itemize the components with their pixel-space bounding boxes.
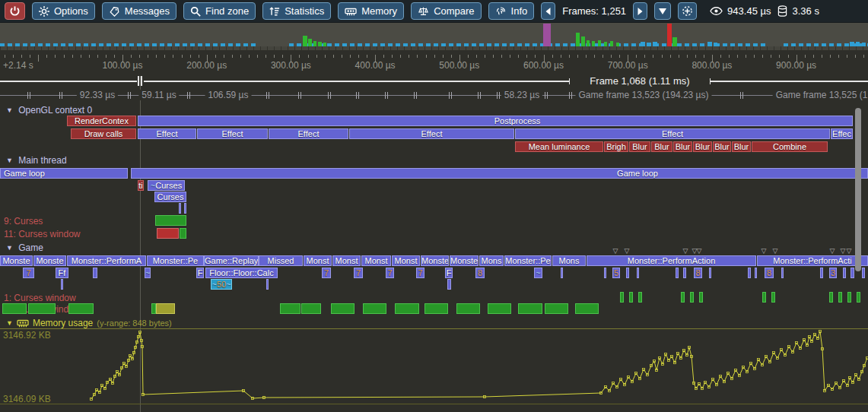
zone-box-effec[interactable]: Effec (831, 128, 853, 139)
zone-box[interactable] (683, 268, 686, 278)
zone-box[interactable] (699, 292, 703, 303)
zone-box-effect[interactable]: Effect (269, 128, 348, 139)
message-marker-icon[interactable]: ▽ (773, 248, 778, 254)
zone-box-7[interactable]: 7 (386, 268, 394, 278)
zone-box[interactable] (93, 268, 97, 278)
zone-box[interactable] (629, 292, 633, 303)
frame-separator[interactable] (266, 92, 269, 99)
zone-box[interactable] (843, 268, 846, 278)
zone-box-blur[interactable]: Blur (673, 141, 692, 152)
section-header-main-thread[interactable]: ▼ Main thread (6, 155, 67, 166)
zone-box-monste[interactable]: Monste (33, 255, 66, 266)
zone-box-zone[interactable]: ~ (145, 268, 151, 278)
zone-box[interactable] (156, 303, 175, 314)
power-button[interactable] (5, 2, 25, 20)
frame-span-label[interactable]: Game frame 13,523 (194.23 µs) (576, 90, 712, 100)
zone-box[interactable] (331, 303, 355, 314)
zone-box-curses[interactable]: Curses (154, 192, 186, 202)
zone-box[interactable] (748, 268, 751, 278)
frame-separator[interactable] (187, 92, 190, 99)
find-zone-button[interactable]: Find zone (183, 2, 256, 20)
zone-box[interactable] (456, 303, 480, 314)
zone-box-7[interactable]: 7 (416, 268, 424, 278)
zone-box[interactable] (395, 303, 419, 314)
info-button[interactable]: Info (488, 2, 535, 20)
zone-box-missed[interactable]: Missed (259, 255, 303, 266)
zone-box-monste[interactable]: Monste (450, 255, 479, 266)
frame-bar-green[interactable] (303, 36, 307, 46)
zone-box-monster-performa[interactable]: Monster::PerformA (67, 255, 146, 266)
frame-bar-green[interactable] (587, 40, 590, 46)
zone-box[interactable] (488, 303, 511, 314)
zone-box-effect[interactable]: Effect (197, 128, 268, 139)
zone-box[interactable] (363, 303, 386, 314)
frame-separator[interactable] (414, 92, 417, 99)
zone-box-blur[interactable]: Blur (651, 141, 672, 152)
zone-box[interactable] (690, 292, 694, 303)
zone-box-draw-calls[interactable]: Draw calls (71, 128, 136, 139)
zone-box[interactable] (762, 292, 766, 303)
zone-box-7[interactable]: 7 (322, 268, 331, 278)
zone-box[interactable] (857, 292, 860, 303)
frame-bar-green[interactable] (576, 33, 580, 46)
zone-box[interactable] (518, 303, 542, 314)
zone-box-effect[interactable]: Effect (349, 128, 514, 139)
zone-box[interactable] (829, 292, 833, 303)
zone-box[interactable] (755, 268, 757, 278)
zone-box-blur[interactable]: Blur (629, 141, 650, 152)
zone-box-zone[interactable]: ~ (534, 268, 542, 278)
scrollbar-thumb[interactable] (855, 108, 861, 271)
zone-box-monster-performacti[interactable]: Monster::PerformActi (757, 255, 868, 266)
frame-bar-purple[interactable] (543, 24, 551, 46)
zone-box-blur[interactable]: Blur (732, 141, 751, 152)
frame-span-label[interactable]: 106.59 µs (205, 90, 252, 100)
zone-box-monster-performaction[interactable]: Monster::PerformAction (587, 255, 756, 266)
frame-bar-green[interactable] (313, 41, 316, 46)
zone-box-f[interactable]: F (445, 268, 453, 278)
section-header-game[interactable]: ▼ Game (6, 242, 43, 253)
zone-box[interactable] (179, 203, 181, 214)
zone-box-8[interactable]: 8 (475, 268, 485, 278)
zone-box[interactable] (851, 268, 854, 278)
zone-box-game-loop[interactable] (131, 168, 868, 179)
zone-box-monster-pe[interactable]: Monster::Pe (504, 255, 552, 266)
zone-box-mean-luminance[interactable]: Mean luminance (515, 141, 603, 152)
frame-separator[interactable] (328, 92, 331, 99)
zone-box-monst[interactable]: Monst (392, 255, 420, 266)
message-marker-icon[interactable]: ▽ (683, 248, 688, 254)
center-view-button[interactable] (678, 2, 697, 20)
zone-box-mons[interactable]: Mons (552, 255, 586, 266)
frame-separator[interactable] (128, 92, 131, 99)
memory-section-header[interactable]: ▼Memory usage(y-range: 848 bytes) (6, 318, 172, 328)
zone-box-5[interactable]: 5 (612, 268, 620, 278)
frame-separator[interactable] (385, 92, 388, 99)
frame-bar-green[interactable] (598, 40, 601, 46)
zone-box-7[interactable]: 7 (23, 268, 34, 278)
zone-box-8[interactable]: 8 (765, 268, 774, 278)
zone-box-monste[interactable]: Monste (421, 255, 449, 266)
zone-box-monste[interactable]: Monste (0, 255, 33, 266)
prev-frame-button[interactable] (541, 2, 555, 20)
frame-separator[interactable] (356, 92, 359, 99)
zone-box[interactable] (561, 268, 563, 278)
zone-box-7[interactable]: 7 (354, 268, 363, 278)
frame-bar-red[interactable] (667, 24, 672, 46)
timeline-view[interactable]: +2.14 s 100.00 µs200.00 µs300.00 µs400.0… (0, 50, 868, 412)
frame-bar-green[interactable] (610, 41, 613, 46)
frame-bar-green[interactable] (581, 36, 585, 46)
frame-separator[interactable] (27, 92, 30, 99)
options-button[interactable]: Options (32, 2, 95, 20)
zone-box-blur[interactable]: Blur (713, 141, 731, 152)
frame-separator[interactable] (449, 92, 452, 99)
message-marker-icon[interactable]: ▽ (841, 248, 846, 254)
zone-box-50[interactable]: ~50~ (211, 279, 232, 290)
message-marker-icon[interactable]: ▽ (625, 248, 630, 254)
zone-box-monst[interactable]: Monst (332, 255, 361, 266)
statistics-button[interactable]: Statistics (262, 2, 331, 20)
frame-bar-green[interactable] (672, 37, 677, 46)
zone-box[interactable] (820, 268, 823, 278)
zone-box-game-loop[interactable]: Game loop (0, 168, 128, 179)
zone-box[interactable] (637, 268, 639, 278)
zone-box-curses[interactable]: ~Curses (148, 180, 185, 191)
zone-box[interactable] (280, 303, 300, 314)
